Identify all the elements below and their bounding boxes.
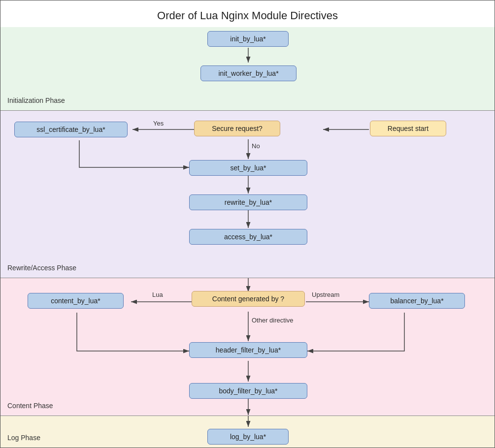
secure-request-label: Secure request? xyxy=(212,125,263,132)
box-content-generated: Content generated by ? xyxy=(192,291,305,307)
box-init-by-lua: init_by_lua* xyxy=(207,31,289,47)
request-start-label: Request start xyxy=(388,125,429,132)
content-by-lua-label: content_by_lua* xyxy=(51,297,100,305)
diagram-title: Order of Lua Nginx Module Directives xyxy=(0,0,495,27)
rewrite-by-lua-label: rewrite_by_lua* xyxy=(225,198,272,206)
init-by-lua-label: init_by_lua* xyxy=(230,35,265,43)
title-text: Order of Lua Nginx Module Directives xyxy=(157,9,338,22)
log-by-lua-label: log_by_lua* xyxy=(230,433,266,441)
ssl-cert-label: ssl_certificate_by_lua* xyxy=(36,126,105,133)
lua-label: Lua xyxy=(152,291,163,298)
box-init-worker-by-lua: init_worker_by_lua* xyxy=(200,65,297,81)
diagram-container: Order of Lua Nginx Module Directives ini… xyxy=(0,0,495,448)
set-by-lua-label: set_by_lua* xyxy=(230,164,266,172)
yes-label: Yes xyxy=(153,120,164,127)
box-balancer-by-lua: balancer_by_lua* xyxy=(369,293,465,309)
box-content-by-lua: content_by_lua* xyxy=(28,293,124,309)
box-secure-request: Secure request? xyxy=(194,121,280,136)
access-by-lua-label: access_by_lua* xyxy=(224,233,272,241)
box-ssl-certificate: ssl_certificate_by_lua* xyxy=(14,122,128,137)
phase-rewrite-label: Rewrite/Access Phase xyxy=(7,264,76,272)
box-access-by-lua: access_by_lua* xyxy=(189,229,307,245)
phase-content-label: Content Phase xyxy=(7,402,53,410)
phase-init: init_by_lua* init_worker_by_lua* Initial… xyxy=(0,27,495,111)
other-directive-label: Other directive xyxy=(252,317,294,324)
init-worker-by-lua-label: init_worker_by_lua* xyxy=(218,69,278,77)
content-generated-label: Content generated by ? xyxy=(212,295,284,303)
box-rewrite-by-lua: rewrite_by_lua* xyxy=(189,194,307,210)
box-log-by-lua: log_by_lua* xyxy=(207,429,289,445)
phase-content: content_by_lua* Lua Content generated by… xyxy=(0,278,495,416)
box-set-by-lua: set_by_lua* xyxy=(189,160,307,176)
header-filter-label: header_filter_by_lua* xyxy=(216,346,281,354)
body-filter-label: body_filter_by_lua* xyxy=(219,387,277,395)
upstream-label: Upstream xyxy=(312,291,339,298)
box-body-filter: body_filter_by_lua* xyxy=(189,383,307,399)
phase-log: log_by_lua* Log Phase xyxy=(0,416,495,448)
phase-init-label: Initialization Phase xyxy=(7,96,65,104)
box-request-start: Request start xyxy=(370,121,446,136)
box-header-filter: header_filter_by_lua* xyxy=(189,342,307,358)
balancer-by-lua-label: balancer_by_lua* xyxy=(390,297,443,305)
phase-log-label: Log Phase xyxy=(7,434,40,442)
no-label: No xyxy=(252,142,260,150)
phase-rewrite: ssl_certificate_by_lua* Yes Secure reque… xyxy=(0,111,495,278)
